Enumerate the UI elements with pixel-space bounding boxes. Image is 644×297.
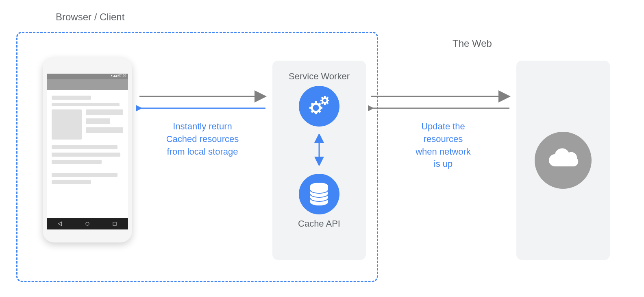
cloud-icon bbox=[535, 132, 592, 189]
svg-line-18 bbox=[322, 102, 323, 104]
label-the-web: The Web bbox=[453, 38, 492, 49]
nav-back-icon bbox=[57, 221, 63, 227]
annotation-instant-return: Instantly return Cached resources from l… bbox=[154, 120, 251, 158]
svg-line-10 bbox=[319, 111, 320, 112]
phone-appbar bbox=[47, 79, 128, 90]
svg-point-0 bbox=[86, 222, 89, 225]
svg-line-19 bbox=[326, 102, 328, 104]
cache-api-label: Cache API bbox=[276, 218, 362, 229]
service-worker-panel: Service Worker bbox=[272, 61, 366, 260]
phone-navbar bbox=[47, 218, 128, 229]
service-worker-label: Service Worker bbox=[276, 71, 362, 82]
phone-device: ▾◢◢ 07:00 bbox=[43, 57, 132, 242]
annotation-update-resources: Update the resources when network is up bbox=[407, 120, 480, 170]
database-icon bbox=[299, 174, 339, 214]
svg-line-7 bbox=[311, 103, 313, 105]
phone-screen: ▾◢◢ 07:00 bbox=[47, 74, 128, 229]
bidirectional-arrow-icon bbox=[314, 134, 324, 166]
gears-icon bbox=[299, 86, 339, 127]
arrow-request-to-sw bbox=[136, 90, 270, 115]
label-browser-client: Browser / Client bbox=[56, 11, 124, 23]
svg-line-8 bbox=[319, 103, 320, 105]
status-time: ▾◢◢ 07:00 bbox=[111, 74, 126, 77]
svg-line-16 bbox=[322, 97, 323, 99]
nav-recent-icon bbox=[112, 221, 117, 227]
arrow-sw-to-web bbox=[368, 90, 514, 115]
phone-statusbar: ▾◢◢ 07:00 bbox=[47, 74, 128, 79]
svg-line-9 bbox=[311, 111, 313, 112]
svg-line-17 bbox=[326, 97, 328, 99]
phone-content bbox=[47, 90, 128, 193]
nav-home-icon bbox=[85, 221, 90, 227]
svg-rect-1 bbox=[113, 222, 116, 225]
web-panel bbox=[516, 61, 610, 260]
